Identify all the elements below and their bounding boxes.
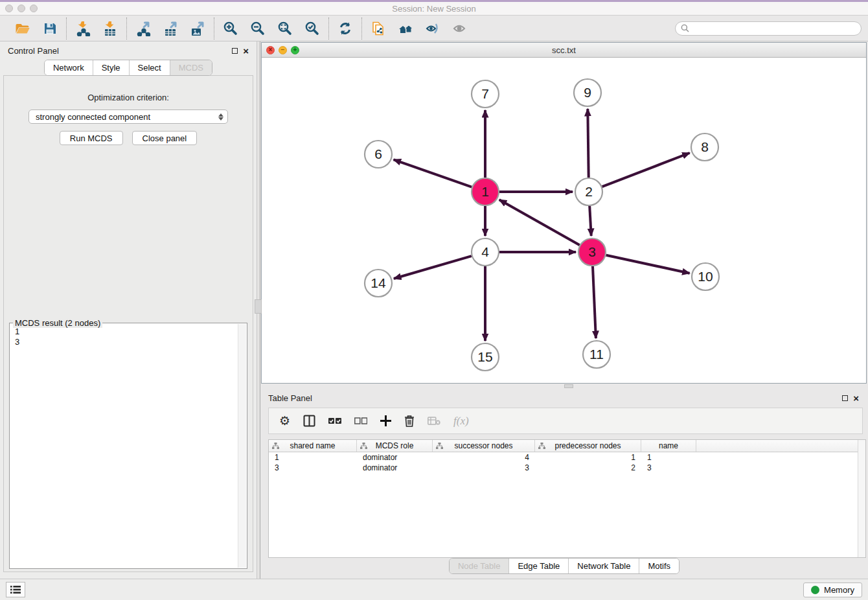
zoom-out-button[interactable] xyxy=(249,20,266,37)
table-cell[interactable]: 1 xyxy=(641,453,696,462)
edge-4-14[interactable] xyxy=(394,256,472,279)
graph-node-6[interactable]: 6 xyxy=(365,141,392,168)
titlebar: Session: New Session xyxy=(0,2,868,16)
frame-maximize-button[interactable]: + xyxy=(291,46,299,54)
network-frame-titlebar[interactable]: × − + scc.txt xyxy=(262,43,866,58)
tab-mcds[interactable]: MCDS xyxy=(170,60,212,75)
graph-node-9[interactable]: 9 xyxy=(574,79,601,106)
result-scrollbar[interactable] xyxy=(238,324,246,568)
tab-node-table[interactable]: Node Table xyxy=(450,559,509,573)
select-all-rows-button[interactable] xyxy=(328,417,341,425)
frame-close-button[interactable]: × xyxy=(266,46,275,54)
table-settings-button[interactable]: ⚙ xyxy=(279,413,290,428)
column-header-successor-nodes[interactable]: successor nodes xyxy=(433,440,535,452)
graph-node-2[interactable]: 2 xyxy=(575,178,602,205)
graph-node-4[interactable]: 4 xyxy=(472,238,499,266)
export-network-button[interactable] xyxy=(135,20,152,37)
graph-node-8[interactable]: 8 xyxy=(691,133,718,161)
table-cell[interactable]: 3 xyxy=(433,463,535,472)
zoom-fit-button[interactable] xyxy=(277,20,293,37)
close-panel-button[interactable]: Close panel xyxy=(132,131,198,145)
column-header-name[interactable]: name xyxy=(641,440,696,452)
search-box[interactable] xyxy=(675,21,862,36)
save-session-button[interactable] xyxy=(41,20,58,37)
column-header-MCDS-role[interactable]: MCDS role xyxy=(357,440,433,452)
hide-selected-button[interactable] xyxy=(424,20,441,37)
plus-icon xyxy=(380,415,391,426)
column-header-shared-name[interactable]: shared name xyxy=(269,440,357,452)
graph-node-11[interactable]: 11 xyxy=(583,341,610,368)
float-panel-icon[interactable] xyxy=(232,48,238,54)
main-toolbar xyxy=(0,16,868,41)
table-scrollbar[interactable] xyxy=(858,440,865,557)
clone-network-icon xyxy=(371,21,386,36)
edge-2-8[interactable] xyxy=(602,153,690,187)
export-table-button[interactable] xyxy=(162,20,179,37)
tab-style[interactable]: Style xyxy=(93,60,129,75)
float-panel-icon[interactable] xyxy=(842,395,848,401)
trash-icon xyxy=(404,415,415,427)
node-table[interactable]: shared nameMCDS rolesuccessor nodesprede… xyxy=(268,439,866,558)
table-cell[interactable]: 1 xyxy=(535,453,641,462)
edge-3-11[interactable] xyxy=(593,266,596,338)
edge-2-3[interactable] xyxy=(589,206,591,236)
app-window: Session: New Session Control Panel × Net… xyxy=(0,0,868,600)
table-row[interactable]: 3dominator323 xyxy=(269,463,865,473)
table-cell[interactable]: dominator xyxy=(357,453,433,462)
control-panel-tabs: NetworkStyleSelectMCDS xyxy=(0,60,257,76)
table-row[interactable]: 1dominator411 xyxy=(269,452,865,463)
table-cell[interactable]: 2 xyxy=(535,463,641,472)
table-cell[interactable]: 1 xyxy=(269,453,357,462)
graph-node-10[interactable]: 10 xyxy=(692,263,719,290)
frame-minimize-button[interactable]: − xyxy=(279,46,287,54)
edge-3-10[interactable] xyxy=(606,255,690,273)
delete-column-button[interactable] xyxy=(404,415,415,427)
columns-icon xyxy=(303,415,315,427)
apply-layout-button[interactable] xyxy=(337,20,354,37)
graph-node-7[interactable]: 7 xyxy=(472,80,499,108)
task-history-button[interactable] xyxy=(6,582,25,597)
network-graph[interactable]: 7968124314101511 xyxy=(262,58,866,383)
horizontal-splitter[interactable] xyxy=(260,384,868,389)
graph-node-15[interactable]: 15 xyxy=(472,343,499,371)
deselect-all-rows-button[interactable] xyxy=(354,417,367,425)
show-hidden-button[interactable] xyxy=(451,20,468,37)
run-mcds-button[interactable]: Run MCDS xyxy=(60,131,123,145)
search-input[interactable] xyxy=(692,24,856,33)
tab-network[interactable]: Network xyxy=(45,60,93,75)
splitter-handle[interactable] xyxy=(564,384,573,388)
add-column-button[interactable] xyxy=(380,415,391,426)
edge-2-9[interactable] xyxy=(588,109,588,178)
graph-node-1[interactable]: 1 xyxy=(472,178,499,205)
criterion-select[interactable]: strongly connected component xyxy=(29,110,228,124)
open-session-button[interactable] xyxy=(14,20,31,37)
import-table-button[interactable] xyxy=(102,20,119,37)
open-session-icon xyxy=(15,21,30,36)
zoom-in-button[interactable] xyxy=(222,20,239,37)
zoom-selected-button[interactable] xyxy=(304,20,321,37)
tab-select[interactable]: Select xyxy=(129,60,170,75)
import-network-button[interactable] xyxy=(74,20,91,37)
vertical-splitter[interactable] xyxy=(257,41,260,579)
column-visibility-button[interactable] xyxy=(303,415,315,427)
table-cell[interactable]: 3 xyxy=(641,463,696,472)
export-image-button[interactable] xyxy=(189,20,206,37)
network-canvas[interactable]: 7968124314101511 xyxy=(262,58,866,383)
clone-network-button[interactable] xyxy=(370,20,387,37)
splitter-handle[interactable] xyxy=(255,299,262,314)
table-cell[interactable]: dominator xyxy=(357,463,433,472)
column-header-predecessor-nodes[interactable]: predecessor nodes xyxy=(535,440,641,452)
table-cell[interactable]: 4 xyxy=(433,453,535,462)
graph-node-14[interactable]: 14 xyxy=(365,270,392,297)
table-cell[interactable]: 3 xyxy=(269,463,357,472)
edge-3-1[interactable] xyxy=(499,200,580,245)
tab-motifs[interactable]: Motifs xyxy=(639,559,679,573)
close-panel-icon[interactable]: × xyxy=(243,46,249,56)
graph-node-3[interactable]: 3 xyxy=(578,238,606,266)
edge-1-6[interactable] xyxy=(394,159,472,187)
network-overview-button[interactable] xyxy=(397,20,414,37)
memory-button[interactable]: Memory xyxy=(803,583,862,597)
tab-network-table[interactable]: Network Table xyxy=(568,559,639,573)
close-panel-icon[interactable]: × xyxy=(853,393,859,403)
tab-edge-table[interactable]: Edge Table xyxy=(508,559,568,573)
